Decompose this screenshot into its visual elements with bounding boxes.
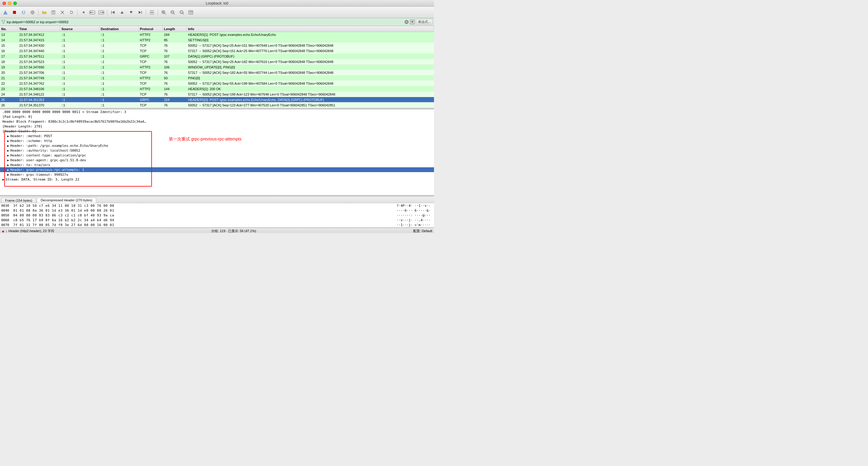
close-button[interactable]	[2, 1, 6, 5]
hex-offset: 0050	[1, 213, 11, 217]
close-file-icon[interactable]	[58, 8, 67, 17]
table-row[interactable]: 1321:57:34.347412::1::1HTTP2184HEADERS[1…	[0, 32, 434, 37]
svg-text:1:1: 1:1	[181, 11, 184, 13]
hex-bytes: c8 b5 76 17 b9 8f 6a 16 b2 b2 2c 34 a4 b…	[13, 218, 392, 222]
expand-icon[interactable]: ▶	[7, 173, 9, 176]
detail-line[interactable]: ▶Header: user-agent: grpc-go/1.51.0-dev	[0, 158, 434, 162]
hex-row: 004001 01 08 0a 36 01 1d e3 36 01 1d e0 …	[0, 208, 434, 213]
tab-bar: Frame (154 bytes) Decompressed Header (2…	[0, 196, 434, 203]
expand-icon[interactable]: ▶	[7, 159, 9, 162]
zoom-out-icon[interactable]	[168, 8, 177, 17]
hex-ascii: ··1···}· >'m·····	[397, 223, 433, 227]
back-arrow-icon[interactable]	[79, 8, 87, 17]
detail-line[interactable]: ▶Header: :path: /grpc.examples.echo.Echo…	[0, 143, 434, 148]
hex-bytes: 01 01 08 0a 36 01 1d e3 36 01 1d e0 00 0…	[13, 209, 392, 213]
hex-row: 00707f 01 31 7f 00 85 7d f0 3e 27 6d 00 …	[0, 222, 434, 227]
status-left: ● ↑ Header (http2.header), 23 字符	[2, 229, 54, 233]
svg-marker-0	[3, 10, 7, 14]
table-row[interactable]: 2021:57:34.347706::1::1TCP7657317 → 5005…	[0, 70, 434, 75]
expand-icon[interactable]: ▶	[7, 163, 9, 167]
filter-clear-icon[interactable]: ×	[404, 20, 409, 24]
table-row[interactable]: 2521:57:34.351353::1::1GRPC154HEADERS[3]…	[0, 97, 434, 102]
status-text: Header (http2.header), 23 字符	[8, 229, 54, 233]
table-row[interactable]: 1721:57:34.347511::1::1GRPC107DATA[1] (G…	[0, 54, 434, 59]
expand-icon[interactable]: ▶	[7, 168, 9, 172]
reload-icon[interactable]	[67, 8, 76, 17]
window-title: Loopback: lo0	[206, 1, 228, 5]
expand-icon[interactable]: ▶	[7, 144, 9, 147]
expand-icon[interactable]: ▶	[7, 154, 9, 157]
tab-decompressed-header[interactable]: Decompressed Header (270 bytes)	[37, 197, 96, 203]
svg-point-3	[32, 11, 33, 13]
detail-line[interactable]: ▶Stream: DATA, Stream ID: 3, Length 22	[0, 177, 434, 182]
minimize-button[interactable]	[8, 1, 11, 5]
expression-button[interactable]: 表达式...	[416, 19, 433, 25]
window-controls[interactable]	[2, 1, 17, 5]
hex-row: 00303f b2 10 50 c7 e6 34 11 80 18 31 c3 …	[0, 203, 434, 208]
expand-icon[interactable]: ▶	[2, 178, 4, 181]
go-up-icon[interactable]	[118, 8, 126, 17]
detail-line[interactable]: .000 0000 0000 0000 0000 0000 0000 0011 …	[0, 110, 434, 114]
status-center: 分组: 119 · 已显示: 56 (47.1%)	[56, 229, 412, 233]
filter-input[interactable]	[7, 19, 403, 25]
status-info-icon[interactable]: ↑	[5, 229, 7, 233]
table-row[interactable]: 1921:57:34.347690::1::1HTTP2106WINDOW_UP…	[0, 64, 434, 70]
maximize-button[interactable]	[13, 1, 17, 5]
table-row[interactable]: 2321:57:34.348106::1::1HTTP2144HEADERS[1…	[0, 86, 434, 92]
detail-line[interactable]: ▶Header: grpc-previous-rpc-attempts: 1	[0, 167, 434, 172]
table-row[interactable]: 2621:57:34.351370::1::1TCP7650052 → 5731…	[0, 102, 434, 108]
hex-ascii: ?·4P··4· ··1··v··	[397, 204, 433, 208]
table-row[interactable]: 1421:57:34.347415::1::1HTTP285SETTINGS[0…	[0, 37, 434, 43]
zoom-in-icon[interactable]	[159, 8, 168, 17]
detail-line[interactable]: [Header Length: 270]	[0, 124, 434, 129]
columns-icon[interactable]	[187, 8, 195, 17]
svg-marker-41	[1, 20, 5, 24]
go-to-last-icon[interactable]	[136, 8, 144, 17]
expand-icon[interactable]: ▶	[7, 134, 9, 138]
go-to-first-icon[interactable]	[109, 8, 117, 17]
hex-offset: 0060	[1, 218, 11, 222]
detail-line[interactable]: ▶Header: grpc-timeout: 990927u	[0, 172, 434, 177]
svg-marker-19	[112, 11, 115, 14]
go-down-icon[interactable]	[127, 8, 135, 17]
zoom-reset-icon[interactable]: 1:1	[178, 8, 186, 17]
options-icon[interactable]	[28, 8, 37, 17]
hex-row: 0060c8 b5 76 17 b9 8f 6a 16 b2 b2 2c 34 …	[0, 218, 434, 222]
packet-list: No. Time Source Destination Protocol Len…	[0, 26, 434, 108]
tab-frame[interactable]: Frame (154 bytes)	[1, 198, 36, 203]
table-row[interactable]: 1521:57:34.347430::1::1TCP7650052 → 5731…	[0, 43, 434, 48]
detail-text: [Header Length: 270]	[2, 124, 42, 128]
table-row[interactable]: 1621:57:34.347440::1::1TCP7657317 → 5005…	[0, 48, 434, 54]
packet-list-header: No. Time Source Destination Protocol Len…	[0, 26, 434, 32]
detail-line[interactable]: ▶Header: te: trailers	[0, 162, 434, 167]
filter-bar: × ▾ 表达式...	[0, 18, 434, 26]
table-row[interactable]: 2221:57:34.347762::1::1TCP7650052 → 5731…	[0, 81, 434, 86]
detail-line[interactable]: [Header Count: 9]	[0, 129, 434, 133]
find-packet-back-icon[interactable]	[88, 8, 96, 17]
colorize-icon[interactable]	[148, 8, 156, 17]
hex-offset: 0070	[1, 223, 11, 227]
toolbar: 1:1	[0, 7, 434, 18]
stop-capture-icon[interactable]	[10, 8, 19, 17]
detail-line[interactable]: [Pad Length: 0]	[0, 114, 434, 119]
restart-capture-icon[interactable]	[19, 8, 28, 17]
detail-text: Header: grpc-previous-rpc-attempts: 1	[10, 168, 84, 172]
detail-line[interactable]: ▶Header: :authority: localhost:50052	[0, 148, 434, 153]
detail-text: Header Block Fragment: 8386c3c2c1c0bf409…	[2, 120, 146, 124]
filter-dropdown-icon[interactable]: ▾	[410, 20, 415, 24]
table-row[interactable]: 2121:57:34.347749::1::1HTTP293PING[0]	[0, 75, 434, 81]
find-packet-forward-icon[interactable]	[97, 8, 105, 17]
save-file-icon[interactable]	[49, 8, 58, 17]
svg-marker-11	[82, 11, 84, 13]
detail-text: Header: :path: /grpc.examples.echo.Echo/…	[10, 144, 108, 148]
detail-line[interactable]: Header Block Fragment: 8386c3c2c1c0bf409…	[0, 119, 434, 124]
detail-text: Header: user-agent: grpc-go/1.51.0-dev	[10, 158, 86, 162]
table-row[interactable]: 1821:57:34.347523::1::1TCP7650052 → 5731…	[0, 59, 434, 64]
expand-icon[interactable]: ▶	[7, 149, 9, 152]
table-row[interactable]: 2421:57:34.348122::1::1TCP7657317 → 5005…	[0, 92, 434, 97]
expand-icon[interactable]: ▶	[7, 139, 9, 143]
detail-line[interactable]: ▶Header: content-type: application/grpc	[0, 153, 434, 158]
titlebar: Loopback: lo0	[0, 0, 434, 7]
open-file-icon[interactable]	[40, 8, 49, 17]
start-capture-icon[interactable]	[1, 8, 10, 17]
